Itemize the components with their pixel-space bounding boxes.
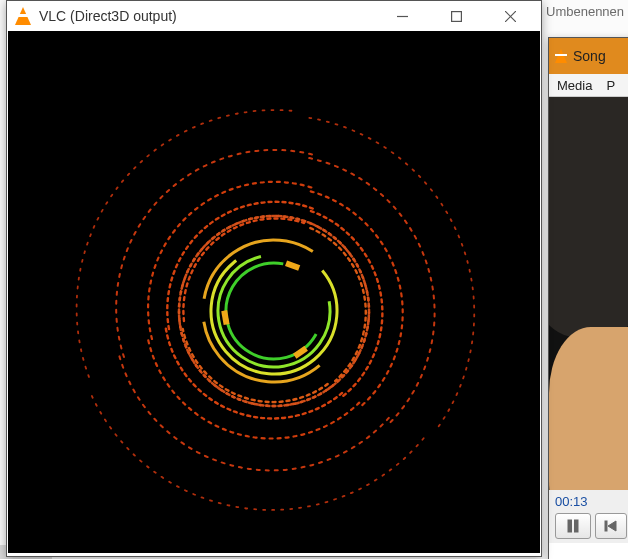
svg-rect-17 — [221, 310, 229, 325]
desktop: Einfügen Verschieben Kopieren Löschen Um… — [0, 0, 628, 559]
visualizer-graphic — [8, 31, 540, 553]
playback-time: 00:13 — [555, 494, 628, 509]
pause-button[interactable] — [555, 513, 591, 539]
svg-rect-15 — [285, 260, 300, 270]
previous-button[interactable] — [595, 513, 627, 539]
svg-rect-1 — [575, 520, 579, 532]
svg-rect-7 — [451, 11, 461, 21]
vlc-cone-icon — [15, 7, 31, 25]
maximize-button[interactable] — [433, 1, 479, 31]
menu-media[interactable]: Media — [557, 78, 592, 93]
visualizer-canvas[interactable] — [8, 31, 540, 553]
vlc-visualizer-titlebar[interactable]: VLC (Direct3D output) — [7, 1, 541, 31]
vlc-player-window[interactable]: Song Media P 00:13 — [548, 37, 628, 559]
svg-rect-0 — [568, 520, 572, 532]
svg-marker-3 — [608, 521, 616, 531]
vlc-player-video-area[interactable] — [549, 97, 628, 490]
playback-button-row — [555, 513, 628, 539]
menu-playback[interactable]: P — [606, 78, 615, 93]
vlc-player-controls: 00:13 — [549, 490, 628, 543]
video-content — [549, 97, 628, 337]
vlc-player-titlebar[interactable]: Song — [549, 38, 628, 74]
vlc-player-title: Song — [573, 48, 606, 64]
svg-point-18 — [167, 204, 382, 419]
vlc-visualizer-window[interactable]: VLC (Direct3D output) — [6, 0, 542, 557]
minimize-button[interactable] — [379, 1, 425, 31]
vlc-cone-icon — [555, 49, 567, 63]
close-button[interactable] — [487, 1, 533, 31]
video-content — [549, 327, 628, 490]
vlc-visualizer-title: VLC (Direct3D output) — [39, 8, 177, 24]
svg-rect-2 — [605, 521, 607, 531]
svg-point-10 — [208, 245, 339, 376]
svg-point-19 — [167, 204, 382, 419]
vlc-player-menubar[interactable]: Media P — [549, 74, 628, 97]
svg-point-12 — [185, 222, 363, 400]
bg-hint-rename: Umbenennen — [546, 4, 624, 19]
